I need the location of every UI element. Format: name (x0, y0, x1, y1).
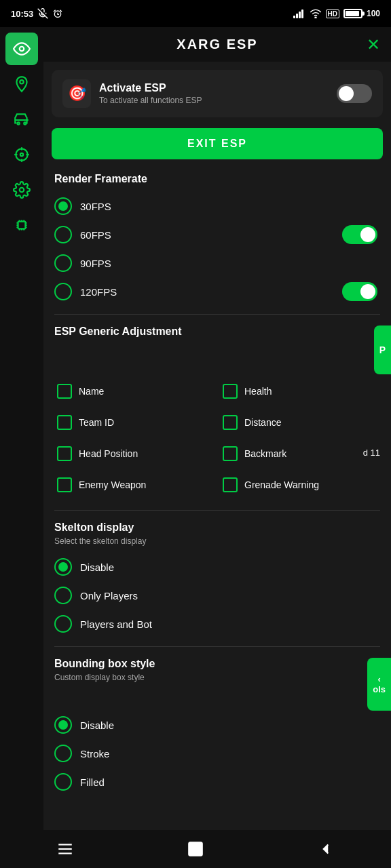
bounding-box-section: Bounding box style Custom display box st… (43, 652, 391, 799)
main-content: XARG ESP ✕ 🎯 Activate ESP To activate al… (43, 27, 391, 830)
svg-rect-24 (189, 842, 202, 856)
skelton-display-subtitle: Select the skelton display (54, 536, 380, 546)
checkbox-name-box[interactable] (57, 384, 72, 399)
checkbox-grenade-warning[interactable]: Grenade Warning (220, 471, 380, 499)
fps-60-label: 60FPS (80, 229, 111, 241)
mute-icon (37, 8, 48, 19)
fps-30-label: 30FPS (80, 201, 111, 212)
floating-btn-tools-label: ols (373, 684, 386, 694)
skelton-playersbot-radio[interactable] (54, 615, 72, 633)
checkbox-health-box[interactable] (223, 384, 238, 399)
nav-menu-button[interactable] (49, 833, 81, 865)
activate-esp-title: Activate ESP (99, 82, 202, 94)
checkbox-name-label: Name (79, 385, 104, 397)
svg-point-8 (314, 17, 316, 18)
status-bar: 10:53 HD (0, 0, 391, 27)
fps-60-toggle[interactable] (342, 225, 377, 244)
svg-point-11 (18, 122, 20, 124)
sidebar-item-chip[interactable] (5, 209, 38, 241)
fps-120-option[interactable]: 120FPS (54, 277, 342, 306)
app-container: XARG ESP ✕ 🎯 Activate ESP To activate al… (0, 27, 391, 830)
bounding-box-title: Bounding box style (54, 658, 155, 670)
skelton-players-option[interactable]: Only Players (54, 581, 380, 610)
svg-rect-5 (296, 14, 298, 18)
skelton-disable-option[interactable]: Disable (54, 553, 380, 581)
bbox-disable-label: Disable (80, 719, 114, 731)
checkbox-distance[interactable]: Distance (220, 408, 380, 437)
svg-rect-7 (301, 9, 303, 18)
skelton-players-label: Only Players (80, 590, 138, 601)
checkbox-head-position-label: Head Position (79, 448, 138, 460)
close-button[interactable]: ✕ (367, 35, 380, 54)
fps-60-option[interactable]: 60FPS (54, 220, 342, 249)
svg-rect-6 (299, 12, 301, 18)
square-icon (187, 840, 204, 858)
checkbox-teamid-label: Team ID (79, 416, 114, 429)
car-icon (13, 111, 31, 128)
sidebar-item-location[interactable] (5, 68, 38, 100)
checkbox-enemy-weapon[interactable]: Enemy Weapon (54, 471, 215, 499)
sidebar-item-esp[interactable] (5, 33, 38, 65)
sidebar (0, 27, 43, 830)
skelton-disable-radio[interactable] (54, 558, 72, 576)
bbox-disable-radio[interactable] (54, 716, 72, 734)
chip-icon (13, 216, 31, 234)
gear-icon (13, 181, 31, 199)
fps-90-option[interactable]: 90FPS (54, 249, 380, 277)
sidebar-item-settings[interactable] (5, 174, 38, 206)
esp-generic-title: ESP Generic Adjustment (54, 326, 182, 338)
checkbox-grenade-warning-box[interactable] (223, 477, 238, 492)
esp-card-text: Activate ESP To activate all functions E… (99, 82, 202, 105)
fps-90-radio[interactable] (54, 254, 72, 272)
floating-btn-tools[interactable]: ‹ ols (367, 658, 391, 711)
divider-2 (54, 510, 380, 511)
checkbox-name[interactable]: Name (54, 377, 215, 406)
checkbox-enemy-weapon-box[interactable] (57, 477, 72, 492)
fps-30-option[interactable]: 30FPS (54, 192, 380, 220)
header: XARG ESP ✕ (43, 27, 391, 62)
checkbox-distance-box[interactable] (223, 415, 238, 430)
nav-bar (0, 830, 391, 868)
nav-home-button[interactable] (179, 833, 212, 865)
checkbox-backmark[interactable]: Backmark (220, 439, 380, 468)
checkbox-teamid-box[interactable] (57, 415, 72, 430)
location-icon (13, 75, 31, 93)
bbox-disable-option[interactable]: Disable (54, 711, 380, 739)
activate-esp-toggle[interactable] (337, 84, 372, 103)
bbox-stroke-radio[interactable] (54, 745, 72, 762)
bbox-stroke-option[interactable]: Stroke (54, 739, 380, 768)
checkbox-backmark-box[interactable] (223, 446, 238, 461)
fps-30-radio[interactable] (54, 197, 72, 215)
skelton-players-radio[interactable] (54, 587, 72, 604)
svg-point-13 (16, 149, 27, 160)
svg-point-19 (20, 188, 24, 193)
checkbox-head-position[interactable]: Head Position (54, 439, 215, 468)
bbox-filled-radio[interactable] (54, 773, 72, 791)
fps-90-label: 90FPS (80, 258, 111, 269)
nav-back-button[interactable] (310, 833, 342, 865)
exit-esp-button[interactable]: EXIT ESP (52, 128, 383, 159)
skelton-display-section: Skelton display Select the skelton displ… (43, 516, 391, 641)
fps-60-toggle-knob (360, 227, 375, 242)
checkbox-head-position-box[interactable] (57, 446, 72, 461)
render-framerate-section: Render Framerate 30FPS 60FPS 90FPS (43, 167, 391, 309)
bbox-filled-option[interactable]: Filled (54, 768, 380, 796)
fps-60-radio[interactable] (54, 226, 72, 243)
sidebar-item-aim[interactable] (5, 138, 38, 171)
fps-120-toggle[interactable] (342, 282, 377, 301)
svg-point-18 (20, 153, 23, 156)
checkbox-teamid[interactable]: Team ID (54, 408, 215, 437)
skelton-playersbot-label: Players and Bot (80, 618, 152, 630)
battery-level: 100 (367, 9, 380, 18)
skelton-playersbot-option[interactable]: Players and Bot (54, 610, 380, 638)
fps-120-radio[interactable] (54, 283, 72, 300)
esp-generic-section: ESP Generic Adjustment P Name Health Tea… (43, 320, 391, 505)
sidebar-item-vehicle[interactable] (5, 103, 38, 136)
wifi-icon (310, 9, 322, 18)
back-icon (317, 840, 335, 858)
checkbox-health[interactable]: Health (220, 377, 380, 406)
bbox-filled-label: Filled (80, 776, 105, 788)
svg-point-9 (20, 47, 24, 52)
floating-btn-p[interactable]: P (374, 326, 391, 374)
esp-card-left: 🎯 Activate ESP To activate all functions… (62, 79, 202, 108)
